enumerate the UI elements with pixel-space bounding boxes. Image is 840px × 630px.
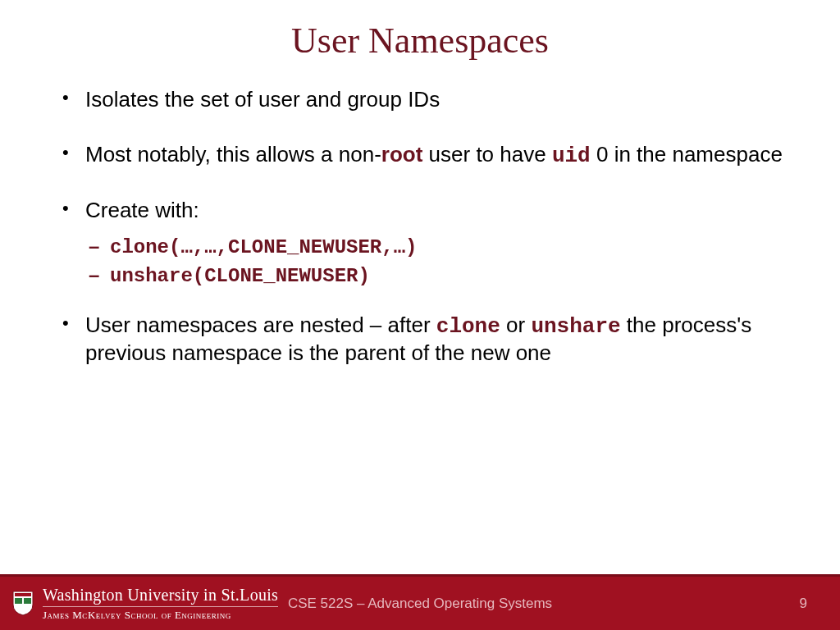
slide-title: User Namespaces	[0, 0, 840, 62]
text-fragment: 0 in the namespace	[591, 142, 783, 167]
text-fragment: Most notably, this allows a non-	[85, 142, 381, 167]
bullet-item: User namespaces are nested – after clone…	[57, 312, 783, 367]
footer-course: CSE 522S – Advanced Operating Systems	[288, 596, 552, 612]
footer-page-number: 9	[800, 596, 807, 612]
svg-rect-0	[15, 593, 31, 596]
svg-rect-1	[15, 598, 22, 604]
footer-branding: Washington University in St.Louis James …	[0, 587, 278, 621]
keyword-clone: clone	[436, 314, 500, 339]
keyword-uid: uid	[552, 144, 591, 168]
sub-bullet-list: clone(…,…,CLONE_NEWUSER,…) unshare(CLONE…	[85, 232, 783, 290]
bullet-item: Most notably, this allows a non-root use…	[57, 141, 783, 170]
bullet-item: Create with: clone(…,…,CLONE_NEWUSER,…) …	[57, 197, 783, 290]
bullet-item: Isolates the set of user and group IDs	[57, 86, 783, 113]
code-unshare: unshare(CLONE_NEWUSER)	[110, 265, 370, 287]
code-clone: clone(…,…,CLONE_NEWUSER,…)	[110, 236, 417, 258]
bullet-text: Isolates the set of user and group IDs	[85, 87, 440, 112]
slide-body: Isolates the set of user and group IDs M…	[0, 62, 840, 367]
university-block: Washington University in St.Louis James …	[43, 587, 278, 621]
svg-rect-2	[24, 598, 31, 604]
keyword-unshare: unshare	[531, 314, 620, 339]
bullet-list: Isolates the set of user and group IDs M…	[57, 86, 783, 367]
keyword-root: root	[381, 142, 423, 167]
sub-bullet-item: unshare(CLONE_NEWUSER)	[85, 261, 783, 290]
bullet-text: Create with:	[85, 198, 199, 222]
university-name: Washington University in St.Louis	[43, 587, 278, 604]
text-fragment: User namespaces are nested – after	[85, 313, 436, 337]
school-name: James McKelvey School of Engineering	[43, 606, 278, 621]
shield-icon	[11, 590, 34, 616]
slide: User Namespaces Isolates the set of user…	[0, 0, 840, 630]
sub-bullet-item: clone(…,…,CLONE_NEWUSER,…)	[85, 232, 783, 262]
slide-footer: Washington University in St.Louis James …	[0, 574, 840, 630]
text-fragment: or	[500, 313, 532, 337]
text-fragment: user to have	[422, 142, 552, 167]
